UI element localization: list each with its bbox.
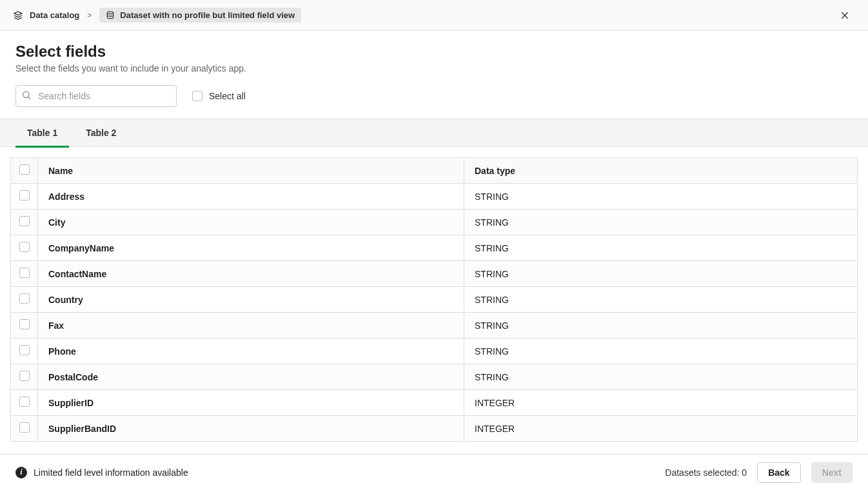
table-row: CountrySTRING	[11, 287, 858, 313]
svg-point-3	[23, 92, 29, 97]
breadcrumb: Data catalog > Dataset with no profile b…	[13, 8, 301, 23]
row-checkbox[interactable]	[19, 216, 30, 226]
row-type: STRING	[464, 338, 858, 364]
back-button[interactable]: Back	[757, 462, 800, 483]
table-row: PostalCodeSTRING	[11, 364, 858, 390]
row-type: STRING	[464, 184, 858, 210]
row-checkbox[interactable]	[19, 242, 30, 252]
row-checkbox[interactable]	[19, 422, 30, 433]
row-name: ContactName	[38, 261, 464, 287]
catalog-icon	[13, 10, 23, 21]
search-icon	[21, 90, 32, 103]
datasets-selected-label: Datasets selected: 0	[665, 467, 747, 478]
select-all[interactable]: Select all	[192, 91, 246, 101]
header-bar: Data catalog > Dataset with no profile b…	[0, 0, 868, 31]
breadcrumb-catalog[interactable]: Data catalog	[30, 10, 79, 20]
row-checkbox-cell	[11, 390, 38, 416]
breadcrumb-dataset-chip[interactable]: Dataset with no profile but limited fiel…	[99, 8, 301, 23]
table-row: ContactNameSTRING	[11, 261, 858, 287]
table-row: CitySTRING	[11, 210, 858, 235]
footer-info-text: Limited field level information availabl…	[34, 467, 188, 478]
search-input[interactable]	[15, 85, 177, 107]
row-checkbox[interactable]	[19, 293, 30, 304]
row-checkbox-cell	[11, 235, 38, 261]
search-wrap	[15, 85, 177, 107]
table-row: CompanyNameSTRING	[11, 235, 858, 261]
row-name: Country	[38, 287, 464, 313]
row-checkbox-cell	[11, 364, 38, 390]
row-checkbox[interactable]	[19, 190, 30, 201]
tab-table-1[interactable]: Table 1	[15, 119, 69, 147]
row-checkbox[interactable]	[19, 397, 30, 407]
header-checkbox[interactable]	[19, 164, 30, 175]
row-checkbox-cell	[11, 287, 38, 313]
row-name: SupplierID	[38, 390, 464, 416]
tabs-bar: Table 1 Table 2	[0, 119, 868, 147]
row-name: SupplierBandID	[38, 416, 464, 442]
controls-row: Select all	[0, 85, 868, 119]
svg-line-4	[28, 97, 30, 99]
row-checkbox[interactable]	[19, 268, 30, 278]
row-type: STRING	[464, 364, 858, 390]
row-name: City	[38, 210, 464, 235]
row-type: STRING	[464, 210, 858, 235]
svg-point-0	[108, 12, 113, 14]
breadcrumb-dataset-label: Dataset with no profile but limited fiel…	[120, 10, 295, 20]
footer-bar: i Limited field level information availa…	[0, 454, 868, 490]
row-type: INTEGER	[464, 416, 858, 442]
info-icon: i	[15, 467, 27, 478]
tab-table-2[interactable]: Table 2	[74, 119, 128, 147]
table-row: FaxSTRING	[11, 313, 858, 338]
next-button[interactable]: Next	[811, 462, 853, 483]
select-all-checkbox[interactable]	[192, 91, 202, 101]
breadcrumb-separator: >	[86, 11, 93, 20]
row-checkbox[interactable]	[19, 345, 30, 355]
row-type: STRING	[464, 287, 858, 313]
close-button[interactable]	[834, 5, 855, 26]
fields-table: Name Data type AddressSTRINGCitySTRINGCo…	[10, 157, 858, 442]
row-checkbox[interactable]	[19, 371, 30, 381]
header-type[interactable]: Data type	[464, 158, 858, 184]
row-name: CompanyName	[38, 235, 464, 261]
page-subtitle: Select the fields you want to include in…	[15, 63, 853, 74]
table-row: PhoneSTRING	[11, 338, 858, 364]
table-row: AddressSTRING	[11, 184, 858, 210]
row-name: Fax	[38, 313, 464, 338]
row-checkbox[interactable]	[19, 319, 30, 329]
row-name: PostalCode	[38, 364, 464, 390]
footer-info: i Limited field level information availa…	[15, 467, 188, 478]
row-type: STRING	[464, 261, 858, 287]
row-type: STRING	[464, 313, 858, 338]
table-row: SupplierIDINTEGER	[11, 390, 858, 416]
row-checkbox-cell	[11, 313, 38, 338]
page-title: Select fields	[15, 43, 853, 61]
row-name: Phone	[38, 338, 464, 364]
row-name: Address	[38, 184, 464, 210]
row-checkbox-cell	[11, 210, 38, 235]
database-icon	[106, 11, 115, 20]
row-checkbox-cell	[11, 261, 38, 287]
row-type: INTEGER	[464, 390, 858, 416]
title-area: Select fields Select the fields you want…	[0, 31, 868, 85]
footer-actions: Datasets selected: 0 Back Next	[665, 462, 853, 483]
header-name[interactable]: Name	[38, 158, 464, 184]
table-row: SupplierBandIDINTEGER	[11, 416, 858, 442]
select-all-label: Select all	[209, 91, 246, 101]
row-type: STRING	[464, 235, 858, 261]
table-header-row: Name Data type	[11, 158, 858, 184]
row-checkbox-cell	[11, 338, 38, 364]
table-wrap: Name Data type AddressSTRINGCitySTRINGCo…	[0, 147, 868, 454]
row-checkbox-cell	[11, 416, 38, 442]
row-checkbox-cell	[11, 184, 38, 210]
header-checkbox-cell	[11, 158, 38, 184]
